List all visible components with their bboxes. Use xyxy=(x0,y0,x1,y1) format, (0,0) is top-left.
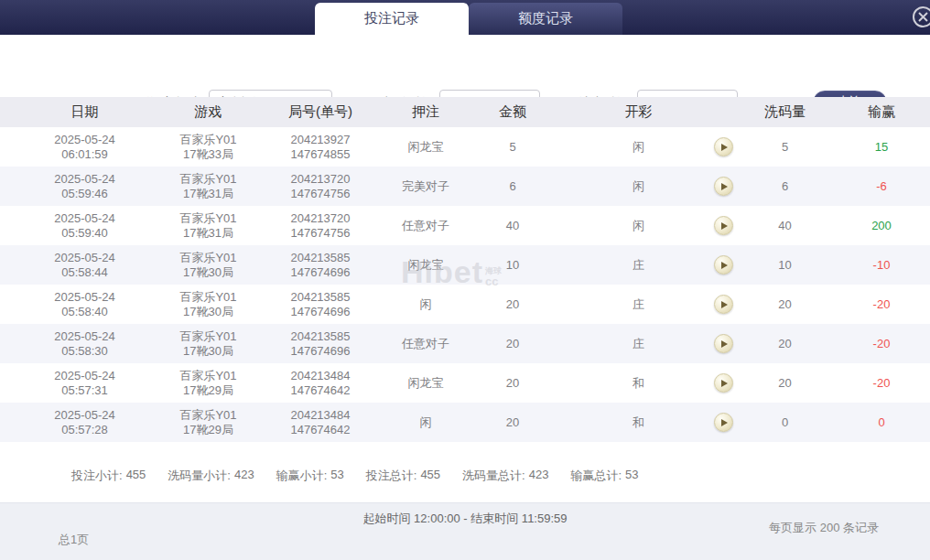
cell-result: 闲 xyxy=(568,139,709,156)
per-page-label: 每页显示 200 条记录 xyxy=(769,520,879,536)
cell-amount: 6 xyxy=(458,179,568,193)
table-row: 2025-05-2405:57:31 百家乐Y0117靴29局 20421348… xyxy=(0,363,930,403)
table-row: 2025-05-2405:59:40 百家乐Y0117靴31局 20421372… xyxy=(0,206,930,245)
cell-replay xyxy=(709,255,737,275)
cell-replay xyxy=(709,216,737,235)
cell-bet: 闲 xyxy=(394,415,458,431)
cell-round-number: 204213585147674696 xyxy=(247,329,394,359)
column-header-result: 开彩 xyxy=(568,103,709,121)
replay-play-icon[interactable] xyxy=(714,255,733,275)
cell-replay xyxy=(709,373,737,393)
table-row: 2025-05-2405:58:44 百家乐Y0117靴30局 20421358… xyxy=(0,245,930,285)
play-triangle-icon xyxy=(721,340,728,348)
cell-round-number: 204213720147674756 xyxy=(247,211,394,241)
replay-play-icon[interactable] xyxy=(714,137,733,156)
summary-winloss-subtotal: 输赢小计:53 xyxy=(276,468,344,484)
summary-rolling-total: 洗码量总计:423 xyxy=(462,468,548,484)
summary-rolling-subtotal: 洗码量小计:423 xyxy=(168,468,254,484)
table-row: 2025-05-2406:01:59 百家乐Y0117靴33局 20421392… xyxy=(0,127,930,167)
play-triangle-icon xyxy=(721,222,728,230)
replay-play-icon[interactable] xyxy=(714,216,733,235)
cell-replay xyxy=(709,137,737,156)
cell-game: 百家乐Y0117靴31局 xyxy=(169,172,247,201)
cell-replay xyxy=(709,177,737,196)
tab-quota-records[interactable]: 额度记录 xyxy=(469,3,622,35)
table-row: 2025-05-2405:58:40 百家乐Y0117靴30局 20421358… xyxy=(0,285,930,324)
play-triangle-icon xyxy=(721,301,728,308)
cell-game: 百家乐Y0117靴29局 xyxy=(169,369,247,398)
cell-bet: 任意对子 xyxy=(394,336,458,352)
replay-play-icon[interactable] xyxy=(714,295,733,314)
play-triangle-icon xyxy=(721,183,728,190)
cell-date: 2025-05-2405:57:28 xyxy=(0,408,169,437)
tab-bet-records[interactable]: 投注记录 xyxy=(315,3,469,35)
cell-result: 和 xyxy=(568,415,709,431)
cell-rolling: 6 xyxy=(737,179,833,193)
cell-result: 和 xyxy=(568,375,709,392)
summary-bet-subtotal: 投注小计:455 xyxy=(71,468,146,484)
replay-play-icon[interactable] xyxy=(714,177,733,196)
cell-date: 2025-05-2405:59:40 xyxy=(0,211,169,241)
play-triangle-icon xyxy=(721,380,728,387)
cell-bet: 闲龙宝 xyxy=(394,139,458,156)
tab-group: 投注记录 额度记录 xyxy=(315,0,622,35)
cell-bet: 完美对子 xyxy=(394,178,458,195)
cell-amount: 20 xyxy=(458,415,568,429)
filter-bar: UTC+8 游戏类型 真人视讯 ▼ 起始时间 2025-05-23 ▼ 结束时间… xyxy=(0,35,930,97)
cell-amount: 20 xyxy=(458,376,568,390)
cell-rolling: 40 xyxy=(737,219,833,232)
summary-winloss-total: 输赢总计:53 xyxy=(570,468,638,484)
column-header-winloss: 输赢 xyxy=(833,103,930,121)
summary-bar: 投注小计:455 洗码量小计:423 输赢小计:53 投注总计:455 洗码量总… xyxy=(71,468,639,484)
replay-play-icon[interactable] xyxy=(714,413,733,432)
cell-winloss: -10 xyxy=(833,258,930,272)
cell-date: 2025-05-2405:59:46 xyxy=(0,172,169,201)
cell-game: 百家乐Y0117靴29局 xyxy=(169,408,247,437)
cell-date: 2025-05-2405:58:44 xyxy=(0,251,169,280)
cell-winloss: 15 xyxy=(833,140,930,154)
cell-bet: 任意对子 xyxy=(394,218,458,234)
close-icon[interactable] xyxy=(911,5,930,29)
cell-replay xyxy=(709,413,737,432)
cell-replay xyxy=(709,334,737,353)
cell-amount: 5 xyxy=(458,140,568,154)
cell-round-number: 204213720147674756 xyxy=(247,172,394,201)
cell-game: 百家乐Y0117靴30局 xyxy=(169,329,247,359)
cell-date: 2025-05-2405:58:30 xyxy=(0,329,169,359)
cell-winloss: 0 xyxy=(833,415,930,429)
cell-rolling: 0 xyxy=(737,415,833,429)
cell-game: 百家乐Y0117靴31局 xyxy=(169,211,247,241)
cell-date: 2025-05-2405:57:31 xyxy=(0,369,169,398)
play-triangle-icon xyxy=(721,419,728,426)
cell-game: 百家乐Y0117靴33局 xyxy=(169,133,247,162)
cell-amount: 20 xyxy=(458,337,568,350)
table-header: 日期 游戏 局号(单号) 押注 金额 开彩 洗码量 输赢 xyxy=(0,97,930,127)
cell-result: 闲 xyxy=(568,218,709,234)
cell-winloss: -6 xyxy=(833,179,930,193)
table-body: 2025-05-2406:01:59 百家乐Y0117靴33局 20421392… xyxy=(0,127,930,442)
cell-round-number: 204213585147674696 xyxy=(247,290,394,319)
cell-round-number: 204213484147674642 xyxy=(247,369,394,398)
cell-winloss: -20 xyxy=(833,376,930,390)
replay-play-icon[interactable] xyxy=(714,334,733,353)
footer-bar: 起始时间 12:00:00 - 结束时间 11:59:59 总1页 每页显示 2… xyxy=(0,502,930,560)
column-header-game: 游戏 xyxy=(169,103,247,121)
bet-records-table: 日期 游戏 局号(单号) 押注 金额 开彩 洗码量 输赢 2025-05-240… xyxy=(0,97,930,442)
cell-replay xyxy=(709,295,737,314)
replay-play-icon[interactable] xyxy=(714,373,733,393)
table-row: 2025-05-2405:58:30 百家乐Y0117靴30局 20421358… xyxy=(0,324,930,363)
cell-rolling: 10 xyxy=(737,258,833,272)
cell-rolling: 5 xyxy=(737,140,833,154)
cell-result: 庄 xyxy=(568,257,709,274)
cell-game: 百家乐Y0117靴30局 xyxy=(169,290,247,319)
column-header-round: 局号(单号) xyxy=(247,103,394,121)
cell-game: 百家乐Y0117靴30局 xyxy=(169,251,247,280)
cell-round-number: 204213585147674696 xyxy=(247,251,394,280)
cell-winloss: -20 xyxy=(833,297,930,311)
cell-winloss: 200 xyxy=(833,219,930,232)
cell-round-number: 204213927147674855 xyxy=(247,133,394,162)
column-header-rolling: 洗码量 xyxy=(737,103,833,121)
cell-result: 闲 xyxy=(568,178,709,195)
play-triangle-icon xyxy=(721,144,728,151)
cell-bet: 闲龙宝 xyxy=(394,257,458,274)
